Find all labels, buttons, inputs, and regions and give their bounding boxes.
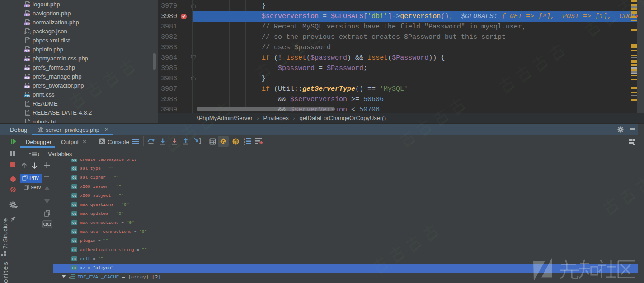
svg-text:C: C: [222, 139, 225, 144]
svg-text:1: 1: [38, 153, 39, 156]
svg-text:PHP: PHP: [24, 68, 29, 70]
svg-text:PHP: PHP: [24, 50, 29, 52]
svg-text:PHP: PHP: [24, 59, 29, 61]
svg-text:PHP: PHP: [24, 14, 29, 16]
svg-text:3: 3: [69, 278, 71, 279]
svg-text:PHP: PHP: [24, 5, 29, 7]
svg-text:PHP: PHP: [24, 77, 29, 79]
svg-text:CSS: CSS: [24, 95, 29, 97]
svg-text:3: 3: [244, 143, 245, 145]
svg-text:PHP: PHP: [24, 23, 29, 25]
svg-text:PHP: PHP: [24, 86, 29, 88]
svg-text:{..}: {..}: [24, 30, 31, 34]
svg-text:@: @: [233, 139, 238, 144]
